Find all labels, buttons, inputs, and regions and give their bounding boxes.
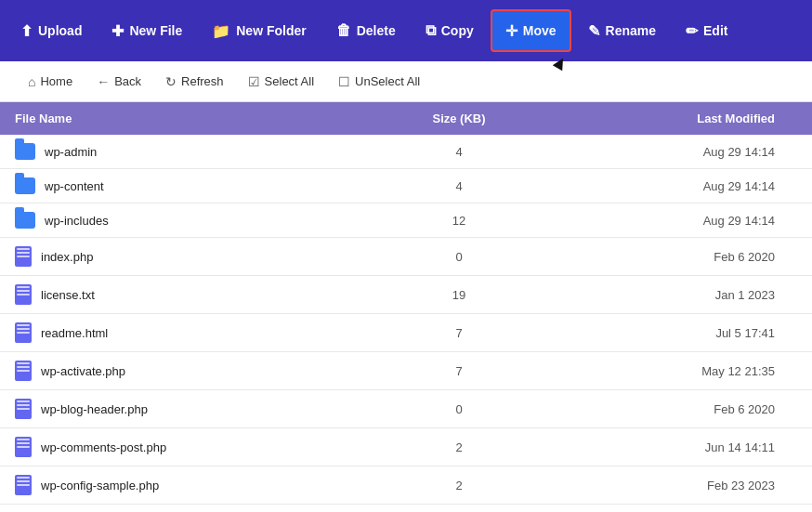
- col-header-0: File Name: [0, 102, 373, 135]
- nav-btn-home[interactable]: ⌂Home: [19, 70, 82, 94]
- rename-icon: ✎: [588, 22, 600, 40]
- delete-icon: 🗑: [336, 22, 351, 39]
- toolbar-btn-copy[interactable]: ⧉Copy: [413, 9, 487, 52]
- col-header-2: Last Modified: [544, 102, 812, 135]
- col-header-1: Size (KB): [373, 102, 544, 135]
- file-modified-cell: Feb 23 2023: [544, 466, 812, 505]
- toolbar-btn-label: Delete: [357, 23, 396, 38]
- file-table: File NameSize (KB)Last Modifiedwp-admin4…: [0, 102, 812, 512]
- file-name-text: wp-admin: [45, 145, 97, 159]
- folder-icon: [15, 143, 35, 160]
- table-row[interactable]: wp-activate.php7May 12 21:35: [0, 352, 812, 390]
- toolbar-btn-label: Rename: [606, 23, 656, 38]
- nav-btn-refresh[interactable]: ↻Refresh: [156, 70, 233, 94]
- file-size-cell: 2: [373, 466, 544, 505]
- table-header-row: File NameSize (KB)Last Modified: [0, 102, 812, 135]
- file-icon: [15, 361, 32, 381]
- back-icon: ←: [97, 74, 110, 89]
- new-folder-icon: 📁: [212, 22, 230, 40]
- file-modified-cell: Jun 14 14:11: [544, 428, 812, 466]
- file-name-text: wp-includes: [45, 214, 109, 228]
- refresh-icon: ↻: [165, 74, 177, 89]
- toolbar-btn-label: Edit: [703, 23, 727, 38]
- nav-btn-label: Refresh: [181, 74, 224, 88]
- file-name-text: index.php: [41, 250, 93, 264]
- toolbar-btn-upload[interactable]: ⬆Upload: [7, 9, 95, 52]
- copy-icon: ⧉: [426, 22, 436, 39]
- table-row[interactable]: wp-includes12Aug 29 14:14: [0, 203, 812, 238]
- file-icon: [15, 322, 32, 343]
- nav-btn-label: Select All: [265, 74, 314, 88]
- table-row[interactable]: license.txt19Jan 1 2023: [0, 276, 812, 314]
- file-icon: [15, 246, 32, 267]
- file-modified-cell: Aug 29 14:14: [544, 135, 812, 169]
- file-icon: [15, 399, 32, 419]
- folder-icon: [15, 177, 35, 194]
- file-modified-cell: Feb 6 2020: [544, 238, 812, 276]
- file-name-text: readme.html: [41, 326, 108, 340]
- toolbar-btn-edit[interactable]: ✏Edit: [673, 9, 740, 52]
- home-icon: ⌂: [28, 74, 35, 89]
- nav-btn-label: Home: [40, 74, 72, 88]
- table-row[interactable]: wp-admin4Aug 29 14:14: [0, 135, 812, 169]
- toolbar: ⬆Upload✚New File📁New Folder🗑Delete⧉Copy✛…: [0, 0, 812, 61]
- table-row[interactable]: wp-blog-header.php0Feb 6 2020: [0, 390, 812, 428]
- upload-icon: ⬆: [20, 22, 33, 40]
- table-row[interactable]: index.php0Feb 6 2020: [0, 238, 812, 276]
- toolbar-btn-label: New File: [129, 23, 182, 38]
- file-name-cell: wp-comments-post.php: [0, 428, 373, 466]
- file-name-cell: wp-includes: [0, 203, 373, 238]
- nav-btn-select-all[interactable]: ☑Select All: [239, 70, 323, 94]
- move-icon: ✛: [505, 22, 517, 40]
- file-modified-cell: Feb 6 2020: [544, 390, 812, 428]
- file-modified-cell: Aug 29 14:14: [544, 203, 812, 238]
- file-name-text: license.txt: [41, 288, 95, 302]
- file-modified-cell: Jan 1 2023: [544, 276, 812, 314]
- file-size-cell: 0: [373, 390, 544, 428]
- nav-btn-label: Back: [114, 74, 141, 88]
- toolbar-btn-label: Upload: [38, 23, 82, 38]
- file-name-cell: wp-cron.php: [0, 505, 373, 513]
- toolbar-btn-label: Copy: [441, 23, 474, 38]
- edit-icon: ✏: [686, 22, 698, 40]
- file-modified-cell: May 30 18:48: [544, 505, 812, 513]
- file-size-cell: 5: [373, 505, 544, 513]
- file-icon: [15, 284, 32, 305]
- file-icon: [15, 475, 32, 495]
- file-size-cell: 0: [373, 238, 544, 276]
- toolbar-btn-label: New Folder: [236, 23, 306, 38]
- nav-btn-unselect-all[interactable]: ☐UnSelect All: [329, 70, 429, 94]
- file-name-cell: license.txt: [0, 276, 373, 314]
- select-all-icon: ☑: [248, 74, 260, 89]
- toolbar-btn-move[interactable]: ✛Move: [491, 9, 571, 52]
- file-name-text: wp-content: [45, 179, 104, 193]
- file-name-cell: wp-config-sample.php: [0, 466, 373, 505]
- toolbar-btn-rename[interactable]: ✎Rename: [575, 9, 669, 52]
- file-name-cell: readme.html: [0, 314, 373, 352]
- toolbar-btn-new-file[interactable]: ✚New File: [98, 9, 195, 52]
- file-size-cell: 4: [373, 169, 544, 203]
- nav-btn-back[interactable]: ←Back: [87, 70, 151, 94]
- file-size-cell: 4: [373, 135, 544, 169]
- file-name-cell: index.php: [0, 238, 373, 276]
- file-name-text: wp-comments-post.php: [41, 440, 166, 454]
- nav-bar: ⌂Home←Back↻Refresh☑Select All☐UnSelect A…: [0, 61, 812, 102]
- toolbar-btn-delete[interactable]: 🗑Delete: [323, 9, 409, 52]
- table-row[interactable]: wp-config-sample.php2Feb 23 2023: [0, 466, 812, 505]
- table-row[interactable]: readme.html7Jul 5 17:41: [0, 314, 812, 352]
- file-name-cell: wp-admin: [0, 135, 373, 169]
- file-name-cell: wp-content: [0, 169, 373, 203]
- new-file-icon: ✚: [111, 22, 124, 40]
- table-row[interactable]: wp-cron.php5May 30 18:48: [0, 505, 812, 513]
- folder-icon: [15, 212, 35, 229]
- unselect-all-icon: ☐: [338, 74, 350, 89]
- file-size-cell: 7: [373, 314, 544, 352]
- toolbar-btn-label: Move: [523, 23, 557, 38]
- toolbar-btn-new-folder[interactable]: 📁New Folder: [199, 9, 319, 52]
- file-name-text: wp-blog-header.php: [41, 402, 148, 416]
- nav-btn-label: UnSelect All: [355, 74, 420, 88]
- file-name-text: wp-config-sample.php: [41, 479, 159, 492]
- table-row[interactable]: wp-content4Aug 29 14:14: [0, 169, 812, 203]
- table-row[interactable]: wp-comments-post.php2Jun 14 14:11: [0, 428, 812, 466]
- file-modified-cell: May 12 21:35: [544, 352, 812, 390]
